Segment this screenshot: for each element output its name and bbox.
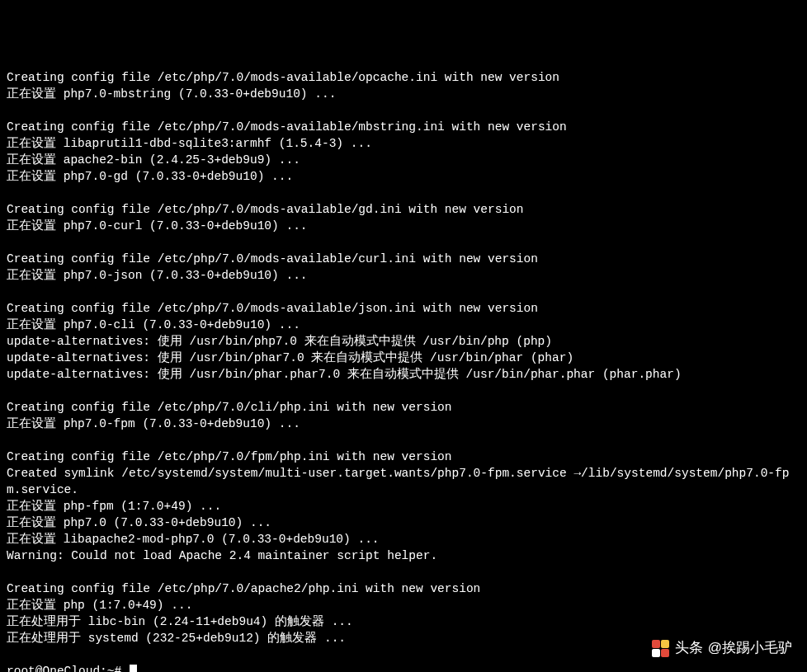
terminal-line: Creating config file /etc/php/7.0/mods-a… bbox=[7, 251, 800, 267]
terminal-line bbox=[7, 102, 800, 119]
terminal-line: 正在设置 libaprutil1-dbd-sqlite3:armhf (1.5.… bbox=[7, 135, 800, 152]
watermark-logo-icon bbox=[652, 639, 670, 657]
watermark: 头条 @挨踢小毛驴 bbox=[652, 639, 792, 657]
terminal-line: 正在设置 php-fpm (1:7.0+49) ... bbox=[7, 498, 800, 515]
terminal-line: 正在设置 apache2-bin (2.4.25-3+deb9u9) ... bbox=[7, 152, 800, 168]
terminal-line bbox=[7, 234, 800, 251]
terminal-line: 正在设置 php7.0-curl (7.0.33-0+deb9u10) ... bbox=[7, 218, 800, 234]
watermark-prefix: 头条 bbox=[675, 640, 703, 656]
terminal-line: 正在处理用于 libc-bin (2.24-11+deb9u4) 的触发器 ..… bbox=[7, 613, 800, 630]
terminal-prompt-line[interactable]: root@OneCloud:~# bbox=[7, 665, 137, 672]
terminal-line bbox=[7, 564, 800, 580]
terminal-line: Creating config file /etc/php/7.0/mods-a… bbox=[7, 201, 800, 218]
terminal-line: 正在设置 libapache2-mod-php7.0 (7.0.33-0+deb… bbox=[7, 531, 800, 547]
terminal-line bbox=[7, 284, 800, 300]
terminal-line: Creating config file /etc/php/7.0/mods-a… bbox=[7, 300, 800, 317]
terminal-output[interactable]: Creating config file /etc/php/7.0/mods-a… bbox=[7, 69, 800, 646]
terminal-line: 正在设置 php7.0-gd (7.0.33-0+deb9u10) ... bbox=[7, 168, 800, 185]
terminal-line bbox=[7, 185, 800, 201]
terminal-line: 正在设置 php7.0-fpm (7.0.33-0+deb9u10) ... bbox=[7, 416, 800, 432]
terminal-line: Created symlink /etc/systemd/system/mult… bbox=[7, 465, 800, 498]
terminal-line: 正在设置 php7.0 (7.0.33-0+deb9u10) ... bbox=[7, 515, 800, 531]
terminal-line: update-alternatives: 使用 /usr/bin/phar7.0… bbox=[7, 350, 800, 366]
terminal-line: Creating config file /etc/php/7.0/mods-a… bbox=[7, 119, 800, 135]
terminal-line: update-alternatives: 使用 /usr/bin/php7.0 … bbox=[7, 333, 800, 350]
terminal-prompt: root@OneCloud:~# bbox=[7, 665, 121, 672]
terminal-line: update-alternatives: 使用 /usr/bin/phar.ph… bbox=[7, 366, 800, 383]
terminal-line: Creating config file /etc/php/7.0/mods-a… bbox=[7, 69, 800, 86]
terminal-line: 正在设置 php7.0-cli (7.0.33-0+deb9u10) ... bbox=[7, 317, 800, 333]
terminal-line: Creating config file /etc/php/7.0/cli/ph… bbox=[7, 399, 800, 416]
terminal-line: 正在设置 php7.0-mbstring (7.0.33-0+deb9u10) … bbox=[7, 86, 800, 102]
terminal-line: 正在设置 php (1:7.0+49) ... bbox=[7, 597, 800, 613]
terminal-line: Creating config file /etc/php/7.0/apache… bbox=[7, 580, 800, 597]
terminal-line: 正在设置 php7.0-json (7.0.33-0+deb9u10) ... bbox=[7, 267, 800, 284]
terminal-line: Creating config file /etc/php/7.0/fpm/ph… bbox=[7, 449, 800, 465]
terminal-line bbox=[7, 432, 800, 449]
watermark-handle: @挨踢小毛驴 bbox=[708, 640, 792, 656]
terminal-line: Warning: Could not load Apache 2.4 maint… bbox=[7, 547, 800, 564]
terminal-line bbox=[7, 383, 800, 399]
terminal-cursor bbox=[130, 665, 137, 672]
